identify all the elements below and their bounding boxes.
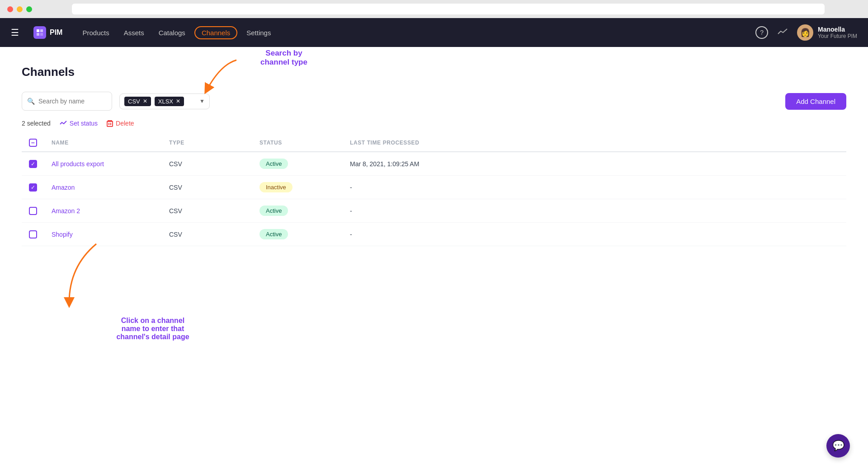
selection-bar: 2 selected Set status Delete: [22, 120, 846, 127]
svg-rect-1: [40, 29, 43, 32]
window-chrome: [0, 0, 868, 18]
nav-assets[interactable]: Assets: [118, 26, 150, 39]
filter-tag-xlsx: XLSX ✕: [155, 97, 184, 106]
main-content: Channels Search by channel type 🔍 CSV ✕ …: [0, 47, 868, 472]
channels-table: − NAME TYPE STATUS LAST TIME PROCESSED ✓…: [22, 134, 846, 246]
channel-name-link-2[interactable]: Amazon: [52, 184, 75, 191]
user-subtitle: Your Future PIM: [818, 33, 857, 39]
row-checkbox-2[interactable]: ✓: [29, 183, 37, 192]
remove-csv-filter[interactable]: ✕: [143, 98, 147, 104]
topnav: ☰ PIM Products Assets Catalogs Channels …: [0, 18, 868, 47]
annotation-search-by-type: Search by channel type: [239, 49, 329, 67]
delete-button[interactable]: Delete: [107, 120, 134, 127]
status-badge-4: Active: [259, 229, 288, 239]
nav-products[interactable]: Products: [77, 26, 114, 39]
row-checkbox-4[interactable]: [29, 230, 37, 238]
channel-name-link-3[interactable]: Amazon 2: [52, 207, 80, 215]
chart-icon[interactable]: [777, 28, 788, 38]
nav-settings[interactable]: Settings: [241, 26, 276, 39]
col-header-status: STATUS: [252, 134, 343, 152]
table-body: ✓ All products export CSV Active Mar 8, …: [22, 152, 846, 246]
selection-count: 2 selected: [22, 120, 51, 127]
svg-rect-0: [37, 29, 39, 32]
set-status-icon: [60, 121, 67, 126]
help-icon[interactable]: ?: [755, 26, 768, 39]
nav-catalogs[interactable]: Catalogs: [153, 26, 191, 39]
avatar: 👩: [797, 24, 813, 41]
type-filter: CSV ✕ XLSX ✕ ▼: [119, 93, 210, 109]
arrow-channel-name-annotation: [51, 239, 105, 312]
search-input-wrap: 🔍: [22, 92, 112, 111]
chat-bubble[interactable]: 💬: [826, 434, 850, 458]
channel-type-2: CSV: [162, 176, 252, 199]
brand-name: PIM: [50, 28, 62, 37]
filter-tag-csv: CSV ✕: [124, 97, 151, 106]
brand-icon: [33, 26, 46, 39]
user-menu[interactable]: 👩 Manoella Your Future PIM: [797, 24, 857, 41]
status-badge-3: Active: [259, 206, 288, 216]
user-name: Manoella: [818, 26, 857, 33]
address-bar: [72, 4, 825, 14]
traffic-light-green[interactable]: [26, 6, 32, 12]
filter-bar: 🔍 CSV ✕ XLSX ✕ ▼ Add Channel: [22, 92, 846, 111]
topnav-right: ? 👩 Manoella Your Future PIM: [755, 24, 857, 41]
traffic-light-red[interactable]: [7, 6, 13, 12]
topnav-links: Products Assets Catalogs Channels Settin…: [77, 26, 276, 39]
col-header-name: NAME: [44, 134, 162, 152]
annotation-channel-name: Click on a channelname to enter thatchan…: [99, 317, 207, 341]
channel-type-1: CSV: [162, 152, 252, 176]
select-all-checkbox[interactable]: −: [29, 139, 37, 147]
traffic-light-yellow[interactable]: [17, 6, 23, 12]
delete-icon: [107, 120, 113, 127]
channel-type-3: CSV: [162, 199, 252, 223]
row-checkbox-1[interactable]: ✓: [29, 160, 37, 168]
status-badge-2: Inactive: [259, 182, 292, 192]
search-input[interactable]: [22, 92, 112, 111]
user-info: Manoella Your Future PIM: [818, 26, 857, 39]
svg-rect-2: [37, 33, 39, 36]
last-processed-4: -: [343, 223, 846, 246]
table-section: − NAME TYPE STATUS LAST TIME PROCESSED ✓…: [22, 134, 846, 246]
nav-channels[interactable]: Channels: [194, 26, 237, 39]
row-checkbox-3[interactable]: [29, 207, 37, 215]
channel-type-4: CSV: [162, 223, 252, 246]
last-processed-2: -: [343, 176, 846, 199]
set-status-button[interactable]: Set status: [60, 120, 98, 127]
remove-xlsx-filter[interactable]: ✕: [176, 98, 180, 104]
last-processed-1: Mar 8, 2021, 1:09:25 AM: [343, 152, 846, 176]
brand: PIM: [33, 26, 62, 39]
add-channel-button[interactable]: Add Channel: [785, 93, 846, 110]
col-header-last-processed: LAST TIME PROCESSED: [343, 134, 846, 152]
channel-name-link-4[interactable]: Shopify: [52, 231, 73, 238]
table-row: ✓ All products export CSV Active Mar 8, …: [22, 152, 846, 176]
page-title: Channels: [22, 65, 846, 79]
table-row: Amazon 2 CSV Active -: [22, 199, 846, 223]
filter-dropdown-arrow[interactable]: ▼: [199, 98, 205, 104]
search-icon: 🔍: [27, 98, 35, 105]
hamburger-menu[interactable]: ☰: [11, 27, 19, 38]
table-row: Shopify CSV Active -: [22, 223, 846, 246]
filter-section: Search by channel type 🔍 CSV ✕ XLSX ✕ ▼: [22, 92, 846, 111]
last-processed-3: -: [343, 199, 846, 223]
table-header: − NAME TYPE STATUS LAST TIME PROCESSED: [22, 134, 846, 152]
status-badge-1: Active: [259, 159, 288, 169]
table-row: ✓ Amazon CSV Inactive -: [22, 176, 846, 199]
col-header-type: TYPE: [162, 134, 252, 152]
svg-rect-4: [107, 122, 113, 126]
svg-rect-3: [40, 33, 43, 36]
channel-name-link-1[interactable]: All products export: [52, 160, 104, 168]
